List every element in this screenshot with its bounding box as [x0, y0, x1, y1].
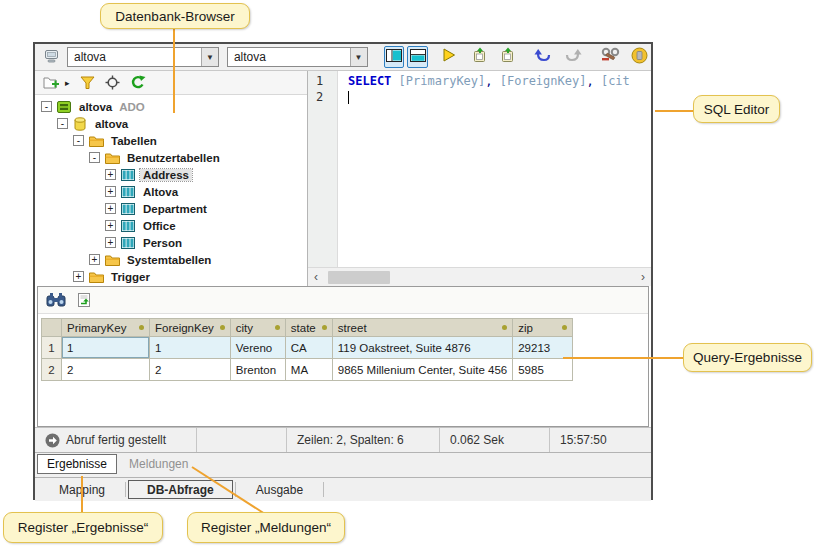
results-header-row: PrimaryKeyForeignKeycitystatestreetzip	[42, 319, 573, 337]
collapse-icon[interactable]: -	[41, 101, 52, 112]
connection-combo-value[interactable]: altova	[68, 50, 201, 64]
column-header-zip[interactable]: zip	[513, 319, 573, 337]
database-combo[interactable]: altova ▼	[227, 47, 368, 67]
tree-item-altova[interactable]: +Altova	[35, 183, 307, 200]
column-header-foreignkey[interactable]: ForeignKey	[150, 319, 231, 337]
query-settings-button[interactable]	[596, 46, 624, 68]
tree-item-altova[interactable]: -altovaADO	[35, 98, 307, 115]
tree-item-person[interactable]: +Person	[35, 234, 307, 251]
database-browser-tree: -altovaADO-altova-Tabellen-Benutzertabel…	[35, 95, 307, 286]
collapse-icon[interactable]: -	[57, 118, 68, 129]
scroll-right-icon[interactable]: ›	[635, 270, 651, 284]
tree-item-label[interactable]: altova	[92, 118, 131, 130]
add-datasource-button[interactable]	[43, 72, 61, 94]
column-header-state[interactable]: state	[285, 319, 332, 337]
tree-item-label[interactable]: Altova	[140, 186, 181, 198]
tab-mapping[interactable]: Mapping	[41, 480, 123, 499]
database-combo-value[interactable]: altova	[228, 50, 350, 64]
results-grid-area: PrimaryKeyForeignKeycitystatestreetzip11…	[38, 314, 648, 426]
tree-item-address[interactable]: +Address	[35, 166, 307, 183]
table-cell[interactable]: 1	[150, 337, 231, 359]
undo-icon	[534, 48, 552, 66]
connection-combo[interactable]: altova ▼	[67, 47, 219, 67]
layout-vertical-split-button[interactable]	[384, 46, 405, 68]
column-header-city[interactable]: city	[230, 319, 285, 337]
table-cell[interactable]: 119 Oakstreet, Suite 4876	[332, 337, 512, 359]
import-sql-button[interactable]	[468, 46, 490, 68]
chevron-down-icon[interactable]: ▼	[350, 48, 367, 66]
table-cell[interactable]: CA	[285, 337, 332, 359]
table-icon	[120, 169, 136, 181]
expand-icon[interactable]: +	[105, 186, 116, 197]
scroll-left-icon[interactable]: ‹	[308, 270, 324, 284]
undo-button[interactable]	[531, 46, 553, 68]
sql-line[interactable]	[348, 90, 651, 106]
tree-item-label[interactable]: Trigger	[108, 271, 153, 283]
tree-item-trigger[interactable]: +Trigger	[35, 268, 307, 285]
find-button[interactable]	[46, 289, 66, 311]
table-cell[interactable]: 2	[150, 359, 231, 381]
expand-icon[interactable]: +	[105, 203, 116, 214]
table-cell[interactable]: 9865 Millenium Center, Suite 456	[332, 359, 512, 381]
add-datasource-menu-arrow[interactable]: ▸	[65, 78, 70, 88]
run-query-button[interactable]	[438, 46, 460, 68]
refresh-button[interactable]	[130, 72, 146, 94]
filter-button[interactable]	[80, 72, 95, 94]
layout-horizontal-split-button[interactable]	[407, 46, 428, 68]
table-row: 111VerenoCA119 Oakstreet, Suite 48762921…	[42, 337, 573, 359]
table-cell[interactable]: 5985	[513, 359, 573, 381]
expand-icon[interactable]: +	[73, 271, 84, 282]
table-cell[interactable]: 2	[62, 359, 150, 381]
tree-item-tabellen[interactable]: -Tabellen	[35, 132, 307, 149]
tree-item-label[interactable]: Tabellen	[108, 135, 160, 147]
row-number-cell[interactable]: 2	[42, 359, 62, 381]
sql-editor-pane: 12 SELECT [PrimaryKey], [ForeignKey], [c…	[308, 71, 651, 286]
tree-item-label[interactable]: Office	[140, 220, 179, 232]
expand-icon[interactable]: +	[105, 169, 116, 180]
table-cell[interactable]: 1	[62, 337, 150, 359]
tab-ausgabe[interactable]: Ausgabe	[238, 480, 321, 499]
locate-button[interactable]	[105, 72, 120, 94]
sql-token-identifier: [ForeignKey]	[500, 74, 587, 88]
tree-item-label[interactable]: Systemtabellen	[124, 254, 214, 266]
tree-item-label[interactable]: altova	[76, 101, 115, 113]
tree-item-label[interactable]: Benutzertabellen	[124, 152, 223, 164]
callout-datenbank-browser: Datenbank-Browser	[100, 3, 250, 29]
row-number-cell[interactable]: 1	[42, 337, 62, 359]
tree-item-altova[interactable]: -altova	[35, 115, 307, 132]
scrollbar-thumb[interactable]	[328, 271, 390, 284]
table-cell[interactable]: Vereno	[230, 337, 285, 359]
append-sql-button[interactable]	[497, 46, 519, 68]
table-cell[interactable]: Brenton	[230, 359, 285, 381]
sql-line[interactable]: SELECT [PrimaryKey], [ForeignKey], [cit	[348, 74, 651, 90]
tree-item-label[interactable]: Address	[140, 169, 192, 181]
sql-code-area[interactable]: SELECT [PrimaryKey], [ForeignKey], [cit	[338, 71, 651, 267]
expand-icon[interactable]: +	[105, 237, 116, 248]
expand-icon[interactable]: +	[89, 254, 100, 265]
tree-item-benutzertabellen[interactable]: -Benutzertabellen	[35, 149, 307, 166]
column-header-street[interactable]: street	[332, 319, 512, 337]
table-cell[interactable]: 29213	[513, 337, 573, 359]
chevron-down-icon[interactable]: ▼	[201, 48, 218, 66]
sql-editor[interactable]: 12 SELECT [PrimaryKey], [ForeignKey], [c…	[308, 71, 651, 267]
tab-ergebnisse[interactable]: Ergebnisse	[37, 454, 117, 474]
tree-item-systemtabellen[interactable]: +Systemtabellen	[35, 251, 307, 268]
sql-token-identifier: [cit	[601, 74, 630, 88]
stop-retrieval-button[interactable]	[629, 46, 651, 68]
table-icon	[120, 237, 136, 249]
goto-statement-button[interactable]	[76, 289, 93, 311]
table-cell[interactable]: MA	[285, 359, 332, 381]
column-header-primarykey[interactable]: PrimaryKey	[62, 319, 150, 337]
tree-item-department[interactable]: +Department	[35, 200, 307, 217]
tree-item-label[interactable]: Department	[140, 203, 210, 215]
redo-button[interactable]	[562, 46, 584, 68]
tree-item-label[interactable]: Person	[140, 237, 185, 249]
collapse-icon[interactable]: -	[73, 135, 84, 146]
collapse-icon[interactable]: -	[89, 152, 100, 163]
editor-hscrollbar[interactable]: ‹ ›	[308, 267, 651, 286]
expand-icon[interactable]: +	[105, 220, 116, 231]
status-bar: Abruf fertig gestellt Zeilen: 2, Spalten…	[35, 427, 651, 452]
tab-meldungen[interactable]: Meldungen	[117, 453, 200, 475]
tree-item-office[interactable]: +Office	[35, 217, 307, 234]
tab-db-abfrage[interactable]: DB-Abfrage	[128, 480, 233, 499]
